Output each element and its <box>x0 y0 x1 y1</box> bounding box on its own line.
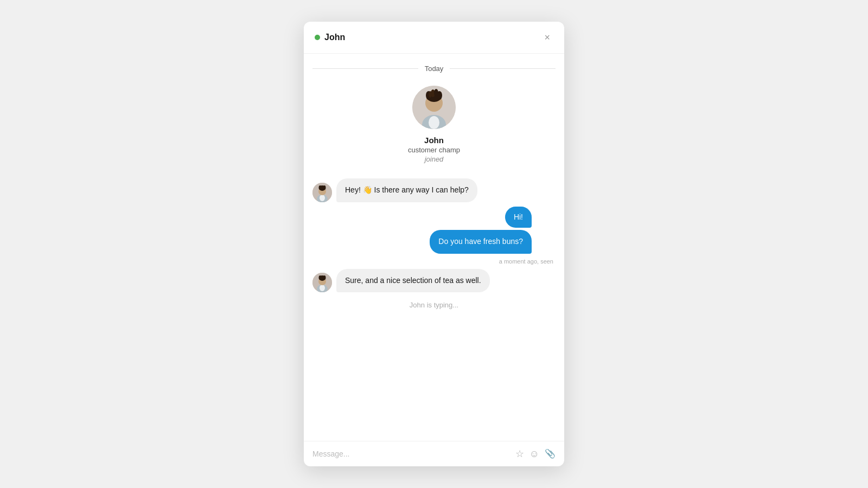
date-divider: Today <box>312 65 556 73</box>
svg-point-12 <box>320 195 325 201</box>
emoji-icon: ☺ <box>529 449 539 459</box>
header-left: John <box>315 33 345 42</box>
online-status-dot <box>315 35 320 40</box>
chat-header: John × <box>304 22 564 54</box>
divider-line-right <box>450 68 556 69</box>
typing-indicator: John is typing... <box>312 301 556 309</box>
date-divider-text: Today <box>425 65 444 73</box>
join-card-role: customer champ <box>408 146 460 154</box>
svg-point-9 <box>429 91 432 98</box>
message-bubble-incoming-1: Hey! 👋 Is there any way I can help? <box>336 178 477 202</box>
star-icon: ☆ <box>515 449 524 459</box>
message-text-1: Hey! 👋 Is there any way I can help? <box>345 185 469 194</box>
svg-point-2 <box>429 116 439 129</box>
join-card-name: John <box>424 136 444 145</box>
attach-button[interactable]: 📎 <box>545 450 556 458</box>
outgoing-group: Hi! Do you have fresh buns? <box>430 207 532 254</box>
sender-avatar-1 <box>312 183 332 202</box>
svg-point-22 <box>319 275 322 280</box>
chat-header-name: John <box>324 33 345 42</box>
sender-avatar-2 <box>312 273 332 292</box>
svg-point-8 <box>434 89 438 97</box>
attach-icon: 📎 <box>545 450 556 458</box>
join-card: John customer champ joined <box>312 86 556 163</box>
svg-point-16 <box>323 185 326 190</box>
message-row-incoming-2: Sure, and a nice selection of tea as wel… <box>312 269 556 293</box>
input-icons: ☆ ☺ 📎 <box>515 449 556 459</box>
message-row-outgoing-group: Hi! Do you have fresh buns? <box>312 207 556 254</box>
message-bubble-incoming-2: Sure, and a nice selection of tea as wel… <box>336 269 490 293</box>
message-text-incoming-2: Sure, and a nice selection of tea as wel… <box>345 276 481 285</box>
message-text-outgoing-2: Do you have fresh buns? <box>438 237 523 246</box>
svg-point-19 <box>320 285 325 291</box>
message-input[interactable] <box>312 450 510 458</box>
close-button[interactable]: × <box>541 31 553 43</box>
message-bubble-outgoing-1: Hi! <box>505 207 532 228</box>
message-bubble-outgoing-2: Do you have fresh buns? <box>430 230 532 254</box>
svg-point-23 <box>323 275 326 280</box>
message-row-incoming-1: Hey! 👋 Is there any way I can help? <box>312 178 556 202</box>
chat-window: John × Today <box>304 22 564 466</box>
chat-input-area: ☆ ☺ 📎 <box>304 441 564 466</box>
join-avatar <box>412 86 456 129</box>
star-button[interactable]: ☆ <box>515 449 524 459</box>
emoji-button[interactable]: ☺ <box>529 449 539 459</box>
messages-area: Today <box>304 54 564 441</box>
divider-line-left <box>312 68 418 69</box>
svg-point-15 <box>319 185 322 190</box>
join-card-action: joined <box>425 155 444 163</box>
message-text-outgoing-1: Hi! <box>514 213 523 221</box>
message-meta: a moment ago, seen <box>312 258 556 265</box>
